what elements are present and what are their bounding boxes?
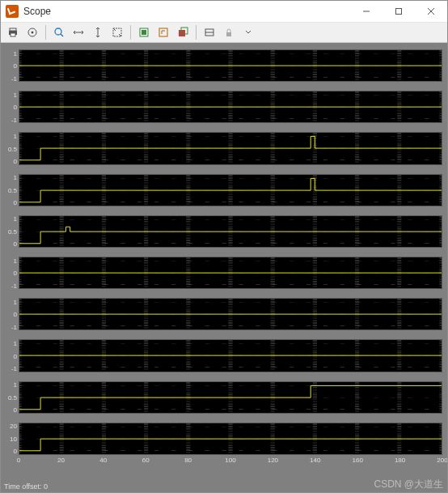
zoom-in-icon[interactable] (50, 23, 68, 41)
x-tick-label: 60 (142, 457, 150, 464)
y-tick-label: 0 (14, 240, 17, 248)
save-axes-icon[interactable] (135, 23, 153, 41)
y-tick-label: 1 (14, 49, 17, 57)
svg-rect-4 (10, 28, 16, 31)
x-tick-label: 80 (184, 457, 192, 464)
y-tick-label: -1 (11, 323, 17, 330)
subplot-6: -101 (1, 257, 442, 289)
y-tick-label: 0.5 (8, 393, 17, 401)
axes[interactable] (19, 49, 442, 82)
titlebar: Scope (1, 1, 447, 23)
window-controls (350, 1, 447, 22)
dropdown-icon[interactable] (239, 23, 257, 41)
y-axis-labels: -101 (1, 257, 19, 289)
y-tick-label: 0 (14, 104, 17, 111)
x-tick-label: 100 (225, 457, 235, 464)
status-bar: Time offset: 0 (1, 481, 447, 492)
y-tick-label: 1 (14, 133, 17, 140)
subplot-8: -101 (1, 339, 442, 372)
y-tick-label: -1 (11, 282, 17, 289)
y-axis-labels: 00.51 (1, 174, 19, 206)
y-tick-label: 1 (14, 298, 17, 305)
y-tick-label: -1 (11, 364, 17, 372)
x-tick-label: 0 (17, 457, 20, 464)
subplot-2: -101 (1, 91, 442, 123)
svg-rect-17 (179, 30, 185, 36)
y-tick-label: -1 (11, 74, 17, 82)
axes[interactable] (19, 132, 442, 164)
x-axis: 020406080100120140160180200 (19, 457, 442, 465)
restore-axes-icon[interactable] (154, 23, 172, 41)
subplot-5: 00.51 (1, 215, 442, 248)
toolbar (1, 23, 447, 43)
toolbar-sep (196, 25, 197, 40)
svg-rect-1 (396, 9, 402, 15)
y-tick-label: 1 (14, 381, 17, 389)
subplot-4: 00.51 (1, 174, 442, 206)
x-tick-label: 20 (57, 457, 65, 464)
signal-selector-icon[interactable] (201, 23, 218, 41)
svg-line-10 (61, 34, 63, 36)
axes[interactable] (19, 339, 442, 372)
x-tick-label: 200 (437, 457, 447, 464)
y-axis-labels: -101 (1, 91, 19, 123)
y-tick-label: 1 (14, 91, 17, 98)
maximize-button[interactable] (382, 1, 415, 22)
print-icon[interactable] (4, 23, 22, 41)
y-axis-labels: 01020 (1, 423, 19, 455)
scope-window: Scope -101-10100.5100.5100.51-101-101-10… (0, 0, 448, 493)
y-tick-label: 0.5 (8, 145, 17, 152)
y-axis-labels: -101 (1, 49, 19, 82)
autoscale-icon[interactable] (108, 23, 126, 41)
y-tick-label: 0 (14, 448, 17, 455)
x-tick-label: 120 (268, 457, 278, 464)
y-tick-label: 0 (14, 311, 17, 318)
axes[interactable] (19, 423, 442, 455)
svg-point-8 (32, 32, 34, 34)
subplot-3: 00.51 (1, 132, 442, 164)
float-icon[interactable] (174, 23, 192, 41)
app-icon (6, 5, 19, 18)
svg-rect-6 (11, 33, 15, 36)
lock-icon[interactable] (220, 23, 238, 41)
x-tick-label: 180 (395, 457, 405, 464)
window-title: Scope (23, 6, 350, 17)
y-tick-label: 0 (14, 270, 17, 277)
axes[interactable] (19, 91, 442, 123)
toolbar-sep (130, 25, 131, 40)
y-axis-labels: 00.51 (1, 215, 19, 248)
y-tick-label: 20 (10, 423, 17, 430)
axes[interactable] (19, 215, 442, 248)
zoom-x-icon[interactable] (70, 23, 87, 41)
svg-point-9 (55, 28, 61, 35)
axes[interactable] (19, 174, 442, 206)
y-tick-label: 0.5 (8, 186, 17, 193)
zoom-y-icon[interactable] (89, 23, 107, 41)
y-axis-labels: 00.51 (1, 132, 19, 164)
y-tick-label: 0 (14, 406, 17, 414)
params-icon[interactable] (23, 23, 41, 41)
toolbar-sep (45, 25, 46, 40)
axes[interactable] (19, 381, 442, 414)
close-button[interactable] (415, 1, 447, 22)
time-offset-value: 0 (44, 482, 48, 491)
axes[interactable] (19, 257, 442, 289)
y-tick-label: 1 (14, 174, 17, 181)
svg-rect-16 (159, 28, 167, 36)
y-tick-label: 1 (14, 215, 17, 223)
y-tick-label: -1 (11, 116, 17, 123)
scope-body: -101-10100.5100.5100.51-101-101-10100.51… (1, 43, 447, 481)
y-tick-label: 0 (14, 62, 17, 70)
y-axis-labels: 00.51 (1, 381, 19, 414)
subplot-10: 01020 (1, 423, 442, 455)
y-tick-label: 10 (10, 435, 17, 442)
svg-rect-15 (142, 30, 146, 35)
svg-rect-21 (226, 32, 231, 36)
minimize-button[interactable] (350, 1, 382, 22)
x-tick-label: 40 (99, 457, 107, 464)
y-tick-label: 0 (14, 157, 17, 164)
axes[interactable] (19, 298, 442, 330)
subplot-9: 00.51 (1, 381, 442, 414)
y-tick-label: 0.5 (8, 227, 17, 235)
y-axis-labels: -101 (1, 339, 19, 372)
